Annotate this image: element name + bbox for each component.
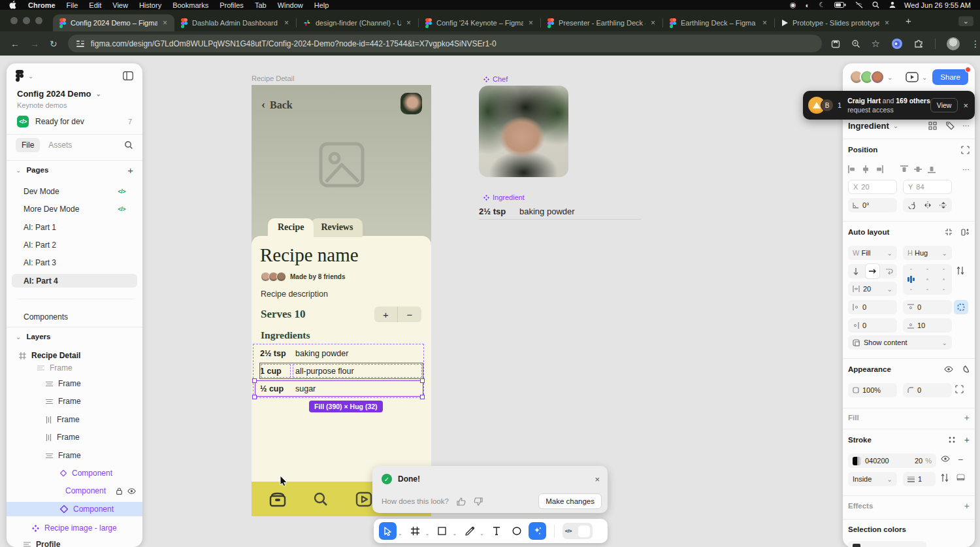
layer-frame[interactable]: Frame [7, 432, 142, 442]
extensions-puzzle-icon[interactable] [914, 39, 924, 48]
window-zoom-button[interactable] [35, 17, 42, 24]
shape-tool-chevron-icon[interactable]: ⌄ [452, 531, 457, 537]
tab-design-finder-slack[interactable]: design-finder (Channel) - Ub × [297, 14, 418, 31]
address-bar[interactable]: figma.com/design/G7LdOm8WULPqWSN1G48utT/… [68, 35, 822, 52]
add-page-icon[interactable]: + [127, 165, 133, 176]
increase-serves-button[interactable]: + [374, 307, 398, 322]
flip-vertical-icon[interactable] [939, 201, 947, 209]
remove-stroke-icon[interactable]: − [958, 454, 963, 465]
align-right-icon[interactable] [875, 165, 883, 173]
layer-component-locked[interactable]: Component [7, 486, 142, 496]
selection-more-icon[interactable]: ⋯ [962, 122, 970, 130]
page-item-ai-part-2[interactable]: AI: Part 2 [7, 240, 142, 250]
direction-horizontal-icon-selected[interactable] [866, 264, 879, 278]
page-item-components[interactable]: Components [7, 312, 142, 322]
window-minimize-button[interactable] [23, 17, 30, 24]
tab-recipe[interactable]: Recipe [268, 218, 314, 237]
tab-close-icon[interactable]: × [406, 18, 412, 27]
align-left-icon[interactable] [848, 165, 856, 173]
selection-type[interactable]: Ingredient [848, 121, 889, 131]
new-tab-button[interactable]: + [906, 15, 911, 26]
recipe-detail-frame[interactable]: ‹ Back Recipe Reviews Recipe name Made b… [252, 85, 431, 516]
reload-icon[interactable]: ↻ [50, 39, 57, 49]
suggest-auto-layout-icon[interactable] [961, 228, 970, 237]
figma-logo-icon[interactable] [16, 70, 24, 82]
styles-tag-icon[interactable] [946, 122, 955, 130]
window-close-button[interactable] [10, 17, 18, 24]
layer-recipe-detail[interactable]: Recipe Detail [7, 350, 142, 361]
padding-left-input[interactable]: 0 [848, 300, 897, 314]
auto-layout-alignment-grid[interactable] [903, 264, 952, 295]
tab-close-icon[interactable]: × [884, 18, 890, 27]
chef-component-label[interactable]: Chef [483, 75, 508, 83]
back-icon[interactable]: ← [10, 39, 20, 49]
tab-close-icon[interactable]: × [284, 18, 289, 27]
rotation-input[interactable]: 0° [848, 198, 897, 212]
layers-header-row[interactable]: ⌄ Layers [7, 331, 142, 342]
tab-dashlab[interactable]: Dashlab Admin Dashboard U × [174, 14, 296, 31]
stroke-color-swatch[interactable] [853, 457, 861, 465]
lock-icon[interactable] [116, 488, 122, 495]
page-item-ai-part-3[interactable]: AI: Part 3 [7, 257, 142, 268]
view-request-button[interactable]: View [930, 98, 958, 112]
padding-top-input[interactable]: 0 [903, 300, 952, 314]
stroke-weight-input[interactable]: 1 [903, 472, 936, 486]
ingredient-row[interactable]: 2½ tsp baking powder [253, 346, 423, 361]
add-fill-icon[interactable]: + [964, 412, 970, 423]
decrease-serves-button[interactable]: − [398, 307, 421, 322]
present-icon[interactable] [906, 72, 919, 82]
menu-tab[interactable]: Tab [255, 1, 267, 9]
save-bookmark-box-icon[interactable] [831, 39, 840, 48]
file-name-row[interactable]: Config 2024 Demo ⌄ [7, 88, 142, 99]
selection-handle[interactable] [252, 395, 257, 399]
clip-content-dropdown[interactable]: Show content ⌄ [848, 335, 952, 350]
tab-assets[interactable]: Assets [42, 138, 78, 152]
direction-vertical-icon[interactable] [849, 264, 862, 278]
layers-collapse-chevron-icon[interactable]: ⌄ [16, 333, 21, 340]
padding-right-input[interactable]: 0 [848, 318, 897, 333]
component-grid-icon[interactable] [928, 122, 937, 130]
stroke-per-side-icon[interactable] [956, 474, 965, 481]
tab-config-2024-demo[interactable]: Config 2024 Demo – Figma × [53, 14, 174, 31]
apple-icon[interactable] [9, 1, 16, 9]
chef-photo[interactable] [479, 86, 568, 177]
y-position-input[interactable]: Y 84 [903, 180, 952, 194]
tab-close-icon[interactable]: × [650, 18, 656, 27]
tab-config-keynote[interactable]: Config '24 Keynote – Figma × [419, 14, 540, 31]
x-position-input[interactable]: X 20 [848, 180, 897, 194]
thumbs-up-icon[interactable] [457, 497, 466, 506]
spacing-settings-icon[interactable] [956, 266, 964, 275]
selection-handle[interactable] [420, 378, 425, 383]
tab-close-icon[interactable]: × [162, 18, 168, 27]
pen-tool-chevron-icon[interactable]: ⌄ [480, 531, 484, 537]
visibility-eye-icon[interactable] [944, 366, 953, 373]
rotate-icon[interactable] [907, 201, 915, 209]
stroke-settings-icon[interactable] [941, 473, 949, 482]
battery-icon[interactable] [834, 2, 846, 8]
canvas-frame-label[interactable]: Recipe Detail [252, 75, 294, 82]
page-item-dev-mode[interactable]: Dev Mode </> [7, 186, 142, 197]
tab-earthling-deck[interactable]: Earthling Deck – Figma × [663, 14, 774, 31]
forward-icon[interactable]: → [30, 39, 39, 49]
menu-help[interactable]: Help [314, 1, 329, 9]
opacity-input[interactable]: 100% [848, 383, 897, 397]
tab-overflow-chevron-icon[interactable]: ⌄ [958, 16, 973, 26]
add-effect-icon[interactable]: + [964, 501, 970, 511]
pantry-archive-icon[interactable] [269, 491, 286, 507]
dev-mode-toggle[interactable]: </> [563, 523, 593, 539]
wifi-off-icon[interactable] [855, 1, 863, 8]
menu-file[interactable]: File [67, 1, 78, 9]
selection-chevron-icon[interactable]: ⌄ [893, 122, 898, 129]
layer-frame[interactable]: Frame [7, 378, 142, 389]
search-icon[interactable] [124, 141, 133, 150]
padding-bottom-input[interactable]: 10 [903, 318, 952, 333]
toggle-sidebar-icon[interactable] [123, 71, 133, 80]
menu-history[interactable]: History [139, 1, 161, 9]
ingredient-list-selection-region[interactable]: 2½ tsp baking powder 1 cup all-purpose f… [253, 344, 423, 397]
site-settings-icon[interactable] [76, 39, 85, 48]
layer-recipe-image-large[interactable]: Recipe image - large [7, 523, 142, 533]
selection-color-row-clipped[interactable] [848, 541, 926, 547]
actions-ai-tool-selected[interactable] [529, 522, 546, 540]
comment-tool[interactable] [508, 522, 526, 540]
frame-tool-chevron-icon[interactable]: ⌄ [425, 531, 430, 537]
